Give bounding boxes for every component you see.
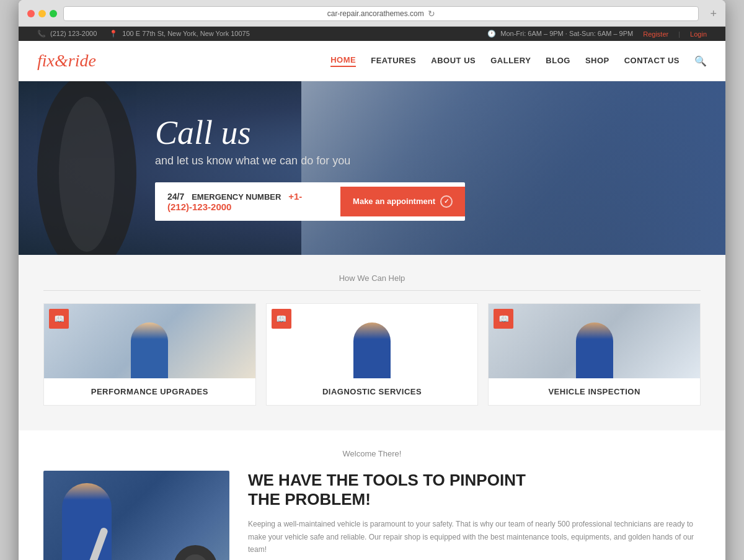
top-bar: 📞 (212) 123-2000 📍 100 E 77th St, New Yo… [19,27,725,41]
location-icon: 📍 [109,30,118,37]
close-dot[interactable] [27,10,35,17]
hero-subtitle: and let us know what we can do for you [155,154,465,167]
nav-features[interactable]: FEATURES [371,56,416,66]
service-img-diagnostic: 📖 [267,304,478,378]
hero-content: Call us and let us know what we can do f… [19,116,490,221]
service-label-inspection: VEHICLE INSPECTION [489,378,700,405]
welcome-heading-line1: WE HAVE THE TOOLS TO PINPOINT [248,471,526,489]
reload-icon[interactable]: ↻ [428,9,435,19]
header: fix&ride HOME FEATURES ABOUT US GALLERY … [19,41,725,81]
emergency-text: 24/7 EMERGENCY NUMBER +1-(212)-123-2000 [155,182,340,221]
service-img-inspection: 📖 [489,304,700,378]
service-card-inspection[interactable]: 📖 VEHICLE INSPECTION [488,303,701,406]
browser-titlebar: car-repair.ancorathemes.com ↻ + [19,0,725,27]
phone-number: (212) 123-2000 [50,30,97,37]
hours-info: 🕐 Mon-Fri: 6AM – 9PM · Sat-Sun: 6AM – 9P… [487,30,633,38]
logo-fix: fix [37,51,55,70]
service-card-diagnostic[interactable]: 📖 DIAGNOSTIC SERVICES [266,303,479,406]
service-icon-performance: 📖 [49,309,69,329]
welcome-image [43,471,229,560]
service-person-inspection [576,322,613,378]
logo-amp: & [55,51,68,70]
register-link[interactable]: Register [643,30,668,38]
appointment-label: Make an appointment [353,197,435,206]
nav-contact[interactable]: CONTACT US [624,56,680,66]
address-bar[interactable]: car-repair.ancorathemes.com ↻ [63,6,699,21]
separator: | [678,30,680,38]
maximize-dot[interactable] [50,10,57,17]
mechanic-figure [62,483,112,560]
welcome-heading: WE HAVE THE TOOLS TO PINPOINT THE PROBLE… [248,471,701,509]
hero-section: Call us and let us know what we can do f… [19,81,725,255]
phone-icon: 📞 [37,30,46,37]
service-label-diagnostic: DIAGNOSTIC SERVICES [267,378,478,405]
service-label-performance: PERFORMANCE UPGRADES [44,378,255,405]
welcome-section: Welcome There! WE HAVE THE TOOLS TO PINP… [19,430,725,560]
service-img-performance: 📖 [44,304,255,378]
welcome-text-block: WE HAVE THE TOOLS TO PINPOINT THE PROBLE… [248,471,701,560]
service-icon-diagnostic: 📖 [272,309,291,329]
hours-text: Mon-Fri: 6AM – 9PM · Sat-Sun: 6AM – 9PM [500,30,633,37]
clock-icon: 🕐 [487,30,496,37]
hero-title: Call us [155,116,465,149]
address-info: 📍 100 E 77th St, New York, New York 1007… [109,30,250,38]
services-section: How We Can Help 📖 PERFORMANCE UPGRADES [19,255,725,430]
top-bar-right: 🕐 Mon-Fri: 6AM – 9PM · Sat-Sun: 6AM – 9P… [487,30,707,38]
logo-ride: ride [68,51,96,70]
logo[interactable]: fix&ride [37,51,96,71]
appointment-button[interactable]: Make an appointment ✓ [340,187,465,216]
emergency-bar: 24/7 EMERGENCY NUMBER +1-(212)-123-2000 … [155,182,465,221]
service-bg-performance [44,304,255,378]
minimize-dot[interactable] [38,10,46,17]
emergency-label: EMERGENCY NUMBER [192,192,281,202]
service-bg-inspection [489,304,700,378]
service-bg-diagnostic [267,304,478,378]
top-bar-left: 📞 (212) 123-2000 📍 100 E 77th St, New Yo… [37,30,250,38]
welcome-heading-line2: THE PROBLEM! [248,490,371,509]
phone-info: 📞 (212) 123-2000 [37,30,97,38]
nav-about[interactable]: ABOUT US [431,56,476,66]
service-person-diagnostic [353,322,391,378]
search-icon[interactable]: 🔍 [694,55,707,67]
service-person-performance [131,322,168,378]
nav-blog[interactable]: BLOG [546,56,570,66]
service-card-performance[interactable]: 📖 PERFORMANCE UPGRADES [43,303,256,406]
new-tab-button[interactable]: + [710,7,717,20]
address-text: 100 E 77th St, New York, New York 10075 [122,30,249,37]
tire-graphic [174,545,217,560]
welcome-content: WE HAVE THE TOOLS TO PINPOINT THE PROBLE… [43,471,701,560]
main-nav: HOME FEATURES ABOUT US GALLERY BLOG SHOP… [330,55,707,67]
welcome-subtitle: Welcome There! [43,449,701,458]
browser-window: car-repair.ancorathemes.com ↻ + 📞 (212) … [19,0,725,560]
welcome-body: Keeping a well-maintained vehicle is par… [248,518,701,556]
emergency-247: 24/7 [167,192,184,202]
nav-shop[interactable]: SHOP [585,56,609,66]
check-icon: ✓ [440,195,453,208]
services-heading: How We Can Help [43,273,701,291]
login-link[interactable]: Login [690,30,707,38]
services-grid: 📖 PERFORMANCE UPGRADES 📖 DIAGNOSTIC SERV… [43,303,701,406]
nav-gallery[interactable]: GALLERY [490,56,531,66]
url-text: car-repair.ancorathemes.com [327,9,424,18]
browser-dots [27,10,57,17]
service-icon-inspection: 📖 [494,309,513,329]
nav-home[interactable]: HOME [330,55,356,67]
